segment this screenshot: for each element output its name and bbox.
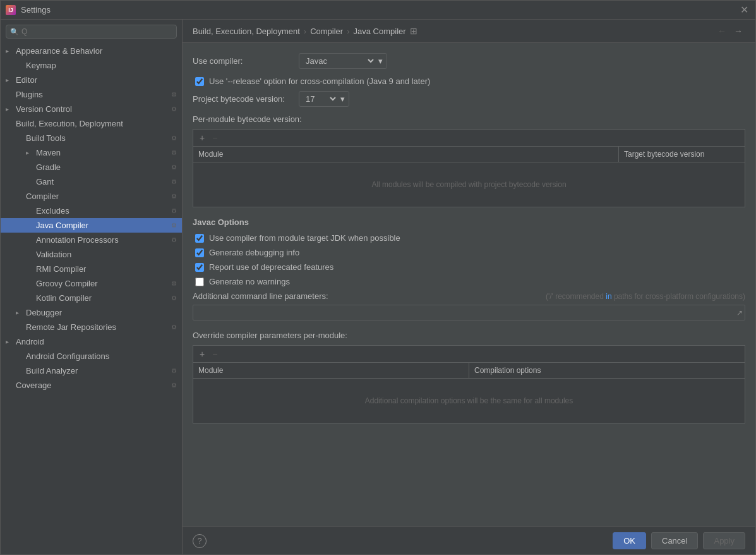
- pin-icon[interactable]: ⊞: [410, 26, 417, 36]
- chevron-icon: ▸: [6, 47, 13, 54]
- settings-icon: ⚙: [171, 382, 177, 389]
- dialog-buttons: OK Cancel Apply: [613, 532, 745, 549]
- sidebar-item-version-control[interactable]: ▸Version Control⚙: [1, 102, 182, 116]
- expand-params-icon[interactable]: ↗: [736, 308, 743, 317]
- javac-options-title: Javac Options: [193, 217, 745, 227]
- per-module-add-btn[interactable]: +: [197, 132, 207, 143]
- settings-icon: ⚙: [171, 178, 177, 185]
- generate-no-warnings-row: Generate no warnings: [195, 277, 745, 286]
- sidebar-item-build-analyzer[interactable]: Build Analyzer⚙: [1, 363, 182, 378]
- version-dropdown-arrow-icon: ▾: [340, 94, 345, 104]
- override-table-empty: Additional compilation options will be t…: [193, 379, 745, 423]
- override-col-module: Module: [193, 363, 469, 378]
- override-params-toolbar: + −: [193, 346, 745, 363]
- close-button[interactable]: ✕: [738, 4, 750, 16]
- chevron-icon: ▸: [6, 106, 13, 113]
- breadcrumb-compiler[interactable]: Compiler: [310, 27, 343, 36]
- sidebar-label: Groovy Compiler: [36, 279, 98, 288]
- settings-icon: ⚙: [171, 295, 177, 302]
- sidebar-item-gant[interactable]: Gant⚙: [1, 174, 182, 189]
- settings-icon: ⚙: [171, 164, 177, 171]
- sidebar-label: Appearance & Behavior: [16, 46, 102, 56]
- settings-icon: ⚙: [171, 324, 177, 331]
- sidebar-item-remote-jar-repositories[interactable]: Remote Jar Repositories⚙: [1, 320, 182, 334]
- additional-params-input[interactable]: [193, 305, 745, 320]
- apply-button[interactable]: Apply: [703, 532, 745, 549]
- search-box[interactable]: 🔍: [6, 25, 177, 39]
- sidebar-label: Remote Jar Repositories: [26, 322, 116, 332]
- sidebar-item-java-compiler[interactable]: Java Compiler⚙: [1, 218, 182, 233]
- use-compiler-from-module-label[interactable]: Use compiler from module target JDK when…: [209, 233, 400, 243]
- sidebar-item-android[interactable]: ▸Android: [1, 334, 182, 349]
- panel-content: Use compiler: Javac Eclipse Ajc ▾ Use '-…: [183, 43, 755, 527]
- sidebar-label: Debugger: [26, 308, 62, 317]
- sidebar-item-excludes[interactable]: Excludes⚙: [1, 204, 182, 218]
- help-button[interactable]: ?: [193, 534, 207, 548]
- sidebar-item-build-execution-deployment[interactable]: Build, Execution, Deployment: [1, 116, 182, 131]
- compiler-dropdown[interactable]: Javac Eclipse Ajc ▾: [299, 53, 387, 69]
- nav-arrows: ← →: [715, 25, 745, 37]
- generate-no-warnings-label[interactable]: Generate no warnings: [209, 277, 290, 286]
- hint-highlight-in: in: [606, 292, 611, 301]
- generate-debugging-info-label[interactable]: Generate debugging info: [209, 248, 299, 257]
- sidebar-item-compiler[interactable]: Compiler⚙: [1, 189, 182, 204]
- cancel-button[interactable]: Cancel: [651, 532, 698, 549]
- report-deprecated-checkbox[interactable]: [195, 263, 204, 272]
- override-add-btn[interactable]: +: [197, 348, 207, 360]
- settings-icon: ⚙: [171, 149, 177, 156]
- override-remove-btn[interactable]: −: [210, 348, 220, 360]
- sidebar-label: Excludes: [36, 206, 69, 216]
- use-compiler-row: Use compiler: Javac Eclipse Ajc ▾: [193, 53, 745, 69]
- sidebar-item-android-configurations[interactable]: Android Configurations: [1, 349, 182, 363]
- generate-debugging-info-checkbox[interactable]: [195, 248, 204, 257]
- ok-button[interactable]: OK: [613, 532, 646, 549]
- bytecode-version-select[interactable]: 891011 12131415 16171819 2021: [303, 94, 338, 104]
- override-params-table: + − Module Compilation options Additiona…: [193, 345, 745, 424]
- sidebar-item-build-tools[interactable]: Build Tools⚙: [1, 131, 182, 145]
- sidebar: 🔍 ▸Appearance & BehaviorKeymap▸EditorPlu…: [1, 20, 183, 554]
- use-compiler-from-module-checkbox[interactable]: [195, 234, 204, 243]
- sidebar-label: Build Tools: [26, 133, 66, 143]
- sidebar-label: Plugins: [16, 90, 43, 99]
- release-option-label[interactable]: Use '--release' option for cross-compila…: [209, 76, 430, 86]
- settings-window: IJ Settings ✕ 🔍 ▸Appearance & BehaviorKe…: [0, 0, 756, 555]
- sidebar-item-annotation-processors[interactable]: Annotation Processors⚙: [1, 233, 182, 247]
- sidebar-item-maven[interactable]: ▸Maven⚙: [1, 145, 182, 160]
- generate-debugging-info-row: Generate debugging info: [195, 248, 745, 257]
- sidebar-item-groovy-compiler[interactable]: Groovy Compiler⚙: [1, 276, 182, 291]
- chevron-icon: ▸: [26, 149, 33, 156]
- sidebar-label: Build Analyzer: [26, 366, 78, 375]
- sidebar-item-rmi-compiler[interactable]: RMI Compiler: [1, 262, 182, 276]
- sidebar-item-debugger[interactable]: ▸Debugger: [1, 305, 182, 320]
- report-deprecated-label[interactable]: Report use of deprecated features: [209, 262, 333, 272]
- override-col-compilation: Compilation options: [469, 363, 745, 378]
- per-module-remove-btn[interactable]: −: [210, 132, 220, 143]
- sidebar-item-appearance[interactable]: ▸Appearance & Behavior: [1, 44, 182, 58]
- sidebar-item-kotlin-compiler[interactable]: Kotlin Compiler⚙: [1, 291, 182, 305]
- nav-forward[interactable]: →: [731, 25, 745, 37]
- sidebar-item-coverage[interactable]: Coverage⚙: [1, 378, 182, 393]
- search-input[interactable]: [21, 27, 172, 36]
- per-module-table: + − Module Target bytecode version All m…: [193, 129, 745, 207]
- search-icon: 🔍: [10, 28, 19, 36]
- compiler-select[interactable]: Javac Eclipse Ajc: [303, 56, 376, 66]
- generate-no-warnings-checkbox[interactable]: [195, 278, 204, 286]
- sidebar-item-keymap[interactable]: Keymap: [1, 58, 182, 73]
- sidebar-item-gradle[interactable]: Gradle⚙: [1, 160, 182, 174]
- release-option-checkbox[interactable]: [195, 77, 204, 86]
- bytecode-version-dropdown[interactable]: 891011 12131415 16171819 2021 ▾: [299, 91, 349, 107]
- sidebar-item-plugins[interactable]: Plugins⚙: [1, 87, 182, 102]
- sidebar-label: Version Control: [16, 104, 72, 114]
- sidebar-item-editor[interactable]: ▸Editor: [1, 73, 182, 87]
- breadcrumb-build-execution[interactable]: Build, Execution, Deployment: [193, 27, 300, 36]
- sidebar-item-validation[interactable]: Validation: [1, 247, 182, 262]
- breadcrumb-bar: Build, Execution, Deployment › Compiler …: [183, 20, 755, 43]
- settings-icon: ⚙: [171, 207, 177, 214]
- nav-back[interactable]: ←: [715, 25, 729, 37]
- breadcrumb: Build, Execution, Deployment › Compiler …: [193, 26, 417, 36]
- per-module-col-bytecode: Target bytecode version: [618, 147, 745, 162]
- use-compiler-from-module-row: Use compiler from module target JDK when…: [195, 233, 745, 243]
- sidebar-label: Validation: [36, 250, 71, 259]
- sidebar-label: Coverage: [16, 381, 51, 390]
- per-module-label: Per-module bytecode version:: [193, 114, 745, 124]
